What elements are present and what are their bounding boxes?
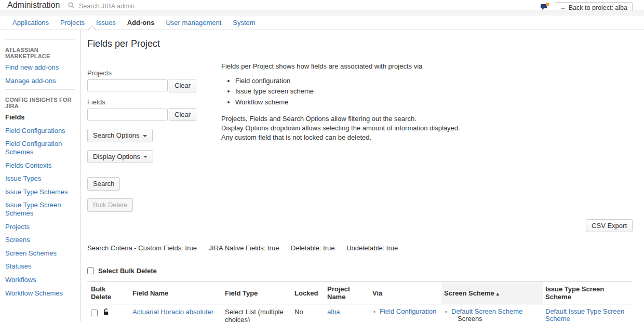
sidebar-item-issue-type-screen-schemes[interactable]: Issue Type Screen Schemes — [0, 198, 80, 220]
screen-scheme-header-label: Screen Scheme — [444, 289, 494, 297]
tab-applications[interactable]: Applications — [7, 16, 55, 30]
search-options-dropdown[interactable]: Search Options — [87, 129, 153, 142]
column-header-issue-type-screen-scheme: Issue Type Screen Scheme — [543, 282, 633, 304]
csv-export-button[interactable]: CSV Export — [586, 219, 633, 233]
description-bullet: Issue type screen scheme — [235, 87, 460, 96]
column-header-via: Via — [370, 282, 441, 304]
search-options-label: Search Options — [93, 131, 140, 139]
screen-scheme-list: Default Screen Scheme — [444, 308, 540, 315]
main-content: Fields per Project Projects Clear Fields… — [81, 30, 644, 321]
sidebar-item-fields[interactable]: Fields — [0, 111, 80, 124]
admin-sidebar: ATLASSIAN MARKETPLACE Find new add-ons M… — [0, 30, 81, 321]
column-header-field-name: Field Name — [130, 282, 222, 304]
search-input[interactable] — [78, 2, 156, 10]
fields-field-label: Fields — [87, 98, 221, 106]
description-line: Display Options dropdown allows selectin… — [221, 124, 460, 133]
app-title: Administration — [7, 1, 60, 10]
admin-quick-search[interactable] — [68, 2, 156, 10]
table-header-row: Bulk Delete Field Name Field Type Locked… — [87, 282, 633, 304]
chevron-down-icon — [143, 156, 147, 158]
sidebar-item-field-configuration-schemes[interactable]: Field Configuration Schemes — [0, 137, 80, 158]
projects-field-label: Projects — [87, 69, 221, 77]
criteria-deletable: Deletable: true — [291, 244, 335, 252]
bulk-delete-button[interactable]: Bulk Delete — [87, 198, 133, 212]
display-options-label: Display Options — [93, 153, 140, 160]
sidebar-divider — [5, 39, 75, 40]
fields-input[interactable] — [87, 109, 168, 120]
locked-value: No — [294, 308, 303, 316]
description-bullet-list: Field configuration Issue type screen sc… — [221, 76, 460, 107]
top-header: Administration ←Back to project: alba Ap… — [0, 0, 644, 30]
sidebar-item-field-configurations[interactable]: Field Configurations — [0, 124, 80, 138]
description-intro: Fields per Project shows how fields are … — [221, 62, 460, 71]
criteria-undeletable: Undeletable: true — [346, 244, 398, 252]
sidebar-item-workflows[interactable]: Workflows — [0, 273, 80, 287]
via-list: Field Configuration Issue Type Screen Sc… — [372, 308, 439, 322]
page-title: Fields per Project — [87, 38, 644, 49]
sidebar-item-issue-type-schemes[interactable]: Issue Type Schemes — [0, 185, 80, 199]
active-tab-caret-inner — [88, 26, 96, 30]
unlocked-icon — [102, 308, 110, 317]
screen-scheme-link[interactable]: Default Screen Scheme — [451, 307, 522, 315]
search-criteria-summary: Search Criteria - Custom Fields: true JI… — [87, 244, 644, 252]
description-bullet: Workflow scheme — [235, 98, 460, 107]
description-line: Projects, Fields and Search Options allo… — [221, 114, 460, 124]
sidebar-item-screen-schemes[interactable]: Screen Schemes — [0, 247, 80, 260]
search-button[interactable]: Search — [87, 177, 120, 191]
sidebar-item-workflow-schemes[interactable]: Workflow Schemes — [0, 287, 80, 300]
column-header-bulk-delete: Bulk Delete — [87, 282, 130, 304]
sidebar-item-manage-add-ons[interactable]: Manage add-ons — [0, 74, 80, 88]
search-form: Projects Clear Fields Clear Search Optio… — [87, 69, 221, 212]
chevron-down-icon — [143, 135, 147, 137]
search-icon — [68, 2, 75, 10]
sort-ascending-icon: ▴ — [497, 291, 499, 297]
tab-system[interactable]: System — [227, 16, 261, 30]
admin-nav-bar: Applications Projects Issues Add-ons Use… — [0, 16, 644, 30]
column-header-project-name: Project Name — [325, 282, 370, 304]
via-field-configuration-link[interactable]: Field Configuration — [380, 307, 436, 315]
project-name-link[interactable]: alba — [327, 308, 340, 316]
projects-input[interactable] — [87, 79, 168, 91]
sidebar-item-projects[interactable]: Projects — [0, 220, 80, 234]
tab-projects[interactable]: Projects — [55, 16, 90, 30]
criteria-native-fields: JIRA Native Fields: true — [209, 244, 279, 252]
criteria-custom-fields: Search Criteria - Custom Fields: true — [87, 244, 197, 252]
sidebar-divider — [5, 89, 75, 90]
field-type-value: Select List (multiple choices) — [225, 308, 284, 322]
display-options-dropdown[interactable]: Display Options — [87, 150, 153, 164]
tab-add-ons[interactable]: Add-ons — [122, 16, 160, 30]
select-bulk-delete-label: Select Bulk Delete — [98, 267, 157, 275]
column-header-screen-scheme[interactable]: Screen Scheme▴ — [441, 282, 543, 304]
sidebar-item-fields-contexts[interactable]: Fields Contexts — [0, 159, 80, 172]
sidebar-section-marketplace: ATLASSIAN MARKETPLACE — [0, 42, 80, 61]
sidebar-item-statuses[interactable]: Statuses — [0, 260, 80, 273]
column-header-field-type: Field Type — [222, 282, 292, 304]
field-name-link[interactable]: Actuarial Horacio absoluter — [132, 308, 213, 316]
row-bulk-delete-checkbox[interactable] — [91, 310, 98, 316]
fields-per-project-table: Bulk Delete Field Name Field Type Locked… — [87, 281, 633, 322]
tab-user-management[interactable]: User management — [160, 16, 227, 30]
projects-clear-button[interactable]: Clear — [169, 79, 196, 92]
description-bullet: Field configuration — [235, 76, 460, 86]
table-row: Actuarial Horacio absoluter Select List … — [87, 304, 633, 322]
sidebar-item-screens[interactable]: Screens — [0, 233, 80, 247]
column-header-locked: Locked — [292, 282, 325, 304]
sidebar-section-config-insights: CONFIG INSIGHTS FOR JIRA — [0, 92, 80, 111]
sidebar-item-issue-types[interactable]: Issue Types — [0, 172, 80, 185]
page-description: Fields per Project shows how fields are … — [221, 62, 476, 212]
fields-clear-button[interactable]: Clear — [169, 108, 196, 122]
sidebar-item-find-new-add-ons[interactable]: Find new add-ons — [0, 61, 80, 74]
screens-label: Screens — [458, 315, 540, 322]
issue-type-screen-scheme-link[interactable]: Default Issue Type Screen Scheme — [545, 307, 624, 322]
select-bulk-delete-checkbox[interactable] — [87, 267, 94, 274]
description-line: Any custom field that is not locked can … — [221, 133, 460, 142]
